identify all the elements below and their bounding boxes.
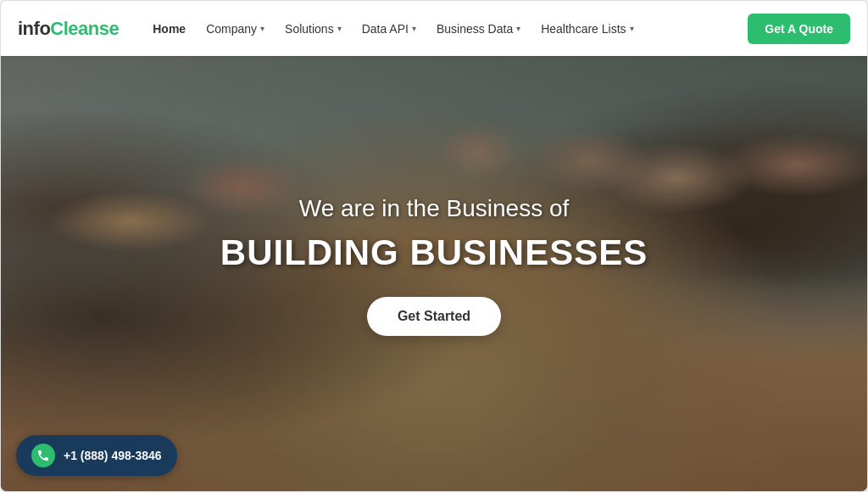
nav-item-home[interactable]: Home (144, 15, 194, 42)
chevron-down-icon: ▾ (260, 24, 264, 33)
get-started-button[interactable]: Get Started (367, 297, 501, 336)
nav-item-healthcare-lists[interactable]: Healthcare Lists ▾ (532, 15, 642, 42)
phone-svg (36, 449, 50, 462)
nav-label-data-api: Data API (362, 22, 409, 36)
chevron-down-icon: ▾ (337, 24, 342, 33)
navbar: infoCleanse Home Company ▾ Solutions ▾ D… (1, 1, 867, 56)
nav-item-solutions[interactable]: Solutions ▾ (276, 15, 350, 42)
nav-item-company[interactable]: Company ▾ (198, 15, 273, 42)
nav-item-business-data[interactable]: Business Data ▾ (428, 15, 529, 42)
nav-label-business-data: Business Data (437, 22, 513, 36)
get-quote-button[interactable]: Get A Quote (748, 14, 850, 44)
logo-cleanse: Cleanse (50, 18, 119, 40)
logo-info: info (18, 18, 50, 40)
hero-title: BUILDING BUSINESSES (220, 232, 648, 273)
nav-links: Home Company ▾ Solutions ▾ Data API ▾ Bu… (144, 15, 748, 42)
phone-icon (31, 444, 55, 467)
nav-label-healthcare-lists: Healthcare Lists (541, 22, 626, 36)
nav-label-solutions: Solutions (285, 22, 334, 36)
nav-item-data-api[interactable]: Data API ▾ (353, 15, 425, 42)
hero-section: We are in the Business of BUILDING BUSIN… (1, 56, 867, 491)
page-wrapper: infoCleanse Home Company ▾ Solutions ▾ D… (0, 0, 868, 492)
chevron-down-icon: ▾ (516, 24, 520, 33)
hero-content: We are in the Business of BUILDING BUSIN… (1, 56, 867, 491)
nav-label-company: Company (206, 22, 257, 36)
chevron-down-icon: ▾ (630, 24, 634, 33)
hero-subtitle: We are in the Business of (299, 195, 570, 222)
phone-badge[interactable]: +1 (888) 498-3846 (16, 435, 177, 476)
chevron-down-icon: ▾ (412, 24, 416, 33)
nav-label-home: Home (153, 22, 186, 36)
logo[interactable]: infoCleanse (18, 18, 119, 40)
phone-number: +1 (888) 498-3846 (64, 449, 162, 462)
